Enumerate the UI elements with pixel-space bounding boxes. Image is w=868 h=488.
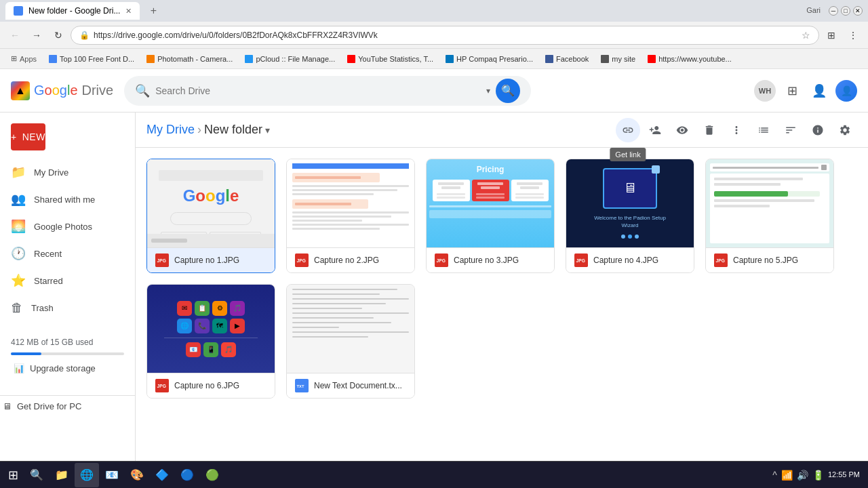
file-name-6: Capture no 6.JPG: [174, 381, 267, 390]
sidebar-item-my-drive[interactable]: 📁 My Drive: [0, 159, 127, 186]
jpg-icon-5: JPG: [714, 253, 728, 267]
minimize-button[interactable]: ─: [829, 6, 838, 16]
bookmark-favicon: [146, 55, 155, 63]
taskbar: ⊞ 🔍 📁 🌐 📧 🎨 🔷 🔵 🟢 ^ 📶 🔊 🔋 12:55 PM: [0, 461, 868, 488]
bookmark-photomath[interactable]: Photomath - Camera...: [141, 51, 238, 67]
bookmark-favicon: [601, 55, 609, 63]
delete-button[interactable]: [697, 118, 722, 142]
sidebar-item-shared-with-me[interactable]: 👥 Shared with me: [0, 186, 127, 213]
volume-icon[interactable]: 🔊: [797, 470, 808, 481]
computer-icon: 🖥: [3, 401, 12, 411]
photoshop-taskbar-button[interactable]: 🔷: [150, 463, 174, 487]
file-info-5: JPG Capture no 5.JPG: [706, 247, 833, 272]
info-button[interactable]: [806, 118, 830, 142]
bookmark-hp[interactable]: HP Compaq Presario...: [440, 51, 538, 67]
bookmark-apps[interactable]: ⊞ Apps: [5, 51, 42, 67]
reload-button[interactable]: ↻: [49, 26, 68, 45]
breadcrumb-dropdown-icon[interactable]: ▾: [265, 125, 270, 136]
get-drive-button[interactable]: 🖥 Get Drive for PC: [0, 395, 135, 417]
storage-text: 412 MB of 15 GB used: [11, 338, 124, 347]
file-card-5[interactable]: JPG Capture no 5.JPG: [705, 159, 834, 273]
tab-close-button[interactable]: ✕: [125, 7, 132, 16]
file-card-1[interactable]: Google Google Search I'm Feeling Lucky: [146, 159, 275, 273]
sidebar: + NEW 📁 My Drive 👥 Shared with me 🌅 Goog…: [0, 113, 136, 488]
battery-icon[interactable]: 🔋: [812, 470, 824, 481]
file-card-2[interactable]: JPG Capture no 2.JPG: [286, 159, 415, 273]
file-info-1: JPG Capture no 1.JPG: [147, 247, 275, 272]
network-icon[interactable]: 📶: [781, 470, 793, 481]
bookmark-label: my site: [612, 55, 635, 63]
upgrade-storage-button[interactable]: 📊 Upgrade storage: [11, 363, 124, 373]
sidebar-item-label: Google Photos: [34, 222, 92, 232]
forward-button[interactable]: →: [27, 26, 46, 45]
file-card-6[interactable]: ✉ 📋 ⚙ 🎵 🌐 📞 🗺 ▶ 📧: [146, 284, 275, 399]
new-tab-button[interactable]: +: [145, 3, 161, 19]
bookmark-facebook[interactable]: Facebook: [540, 51, 594, 67]
text-file-icon: TXT: [295, 379, 309, 392]
file-explorer-button[interactable]: 📁: [50, 463, 74, 487]
show-hidden-icon[interactable]: ^: [772, 470, 777, 481]
address-bar[interactable]: 🔒 https://drive.google.com/drive/u/0/fol…: [71, 26, 819, 45]
bookmark-label: HP Compaq Presario...: [456, 55, 533, 63]
bookmark-star[interactable]: ☆: [802, 30, 810, 41]
file-name-2: Capture no 2.JPG: [314, 256, 406, 265]
new-button[interactable]: + NEW: [11, 123, 45, 150]
sidebar-item-starred[interactable]: ⭐ Starred: [0, 267, 127, 294]
shared-with-me-icon: 👥: [11, 192, 26, 207]
app1-taskbar-button[interactable]: 🔵: [175, 463, 199, 487]
sort-button[interactable]: [778, 118, 803, 142]
profile-avatar[interactable]: 👤: [835, 80, 857, 102]
account-button[interactable]: 👤: [808, 80, 830, 102]
file-thumbnail-7: [287, 285, 414, 373]
bookmark-mysite[interactable]: my site: [595, 51, 641, 67]
search-dropdown-icon[interactable]: ▾: [486, 86, 490, 96]
file-card-3[interactable]: Pricing: [426, 159, 555, 273]
sidebar-item-google-photos[interactable]: 🌅 Google Photos: [0, 213, 127, 240]
browser-nav-bar: ← → ↻ 🔒 https://drive.google.com/drive/u…: [0, 22, 868, 49]
svg-text:JPG: JPG: [157, 384, 166, 388]
search-button[interactable]: 🔍: [496, 79, 520, 103]
app2-taskbar-button[interactable]: 🟢: [200, 463, 224, 487]
paint-taskbar-button[interactable]: 🎨: [125, 463, 149, 487]
search-input[interactable]: [155, 85, 481, 96]
google-apps-button[interactable]: ⊞: [781, 80, 803, 102]
bookmark-youtube[interactable]: https://www.youtube...: [642, 51, 737, 67]
file-name-1: Capture no 1.JPG: [174, 256, 267, 265]
bookmark-pcloud[interactable]: pCloud :: File Manage...: [239, 51, 340, 67]
get-link-button[interactable]: [616, 118, 640, 142]
search-taskbar-button[interactable]: 🔍: [24, 463, 49, 487]
file-info-2: JPG Capture no 2.JPG: [287, 247, 414, 272]
trash-icon: 🗑: [11, 301, 23, 315]
preview-button[interactable]: [670, 118, 694, 142]
user-initials-avatar[interactable]: WH: [754, 80, 776, 102]
drive-header: ▲ Google Drive 🔍 ▾ 🔍 WH ⊞ 👤 👤: [0, 69, 868, 113]
settings-button[interactable]: [833, 118, 857, 142]
file-card-7[interactable]: TXT New Text Document.tx...: [286, 284, 415, 399]
main-content: My Drive › New folder ▾: [136, 113, 868, 488]
sidebar-item-label: Starred: [34, 276, 63, 286]
svg-text:JPG: JPG: [716, 258, 725, 263]
more-options-button[interactable]: [724, 118, 749, 142]
file-card-4[interactable]: 🖥 Welcome to the Padion SetupWizard: [566, 159, 694, 273]
close-button[interactable]: ✕: [853, 6, 863, 16]
breadcrumb-separator: ›: [197, 123, 201, 137]
time-display[interactable]: 12:55 PM: [828, 470, 860, 479]
extensions-button[interactable]: ⊞: [822, 26, 841, 45]
sidebar-item-recent[interactable]: 🕐 Recent: [0, 240, 127, 267]
bookmark-youtube-stats[interactable]: YouTube Statistics, T...: [342, 51, 439, 67]
email-taskbar-button[interactable]: 📧: [100, 463, 124, 487]
sidebar-item-trash[interactable]: 🗑 Trash: [0, 294, 127, 321]
maximize-button[interactable]: □: [841, 6, 850, 16]
breadcrumb-parent-link[interactable]: My Drive: [146, 123, 195, 137]
jpg-icon-2: JPG: [295, 253, 309, 267]
tab-title: New folder - Google Dri...: [28, 6, 120, 16]
add-person-icon: [649, 124, 661, 136]
bookmark-fonts[interactable]: Top 100 Free Font D...: [43, 51, 140, 67]
list-view-button[interactable]: [751, 118, 776, 142]
browser-taskbar-button[interactable]: 🌐: [75, 463, 99, 487]
back-button[interactable]: ←: [5, 26, 24, 45]
share-button[interactable]: [643, 118, 667, 142]
active-tab[interactable]: New folder - Google Dri... ✕: [5, 2, 140, 20]
start-button[interactable]: ⊞: [3, 463, 24, 487]
menu-button[interactable]: ⋮: [844, 26, 863, 45]
